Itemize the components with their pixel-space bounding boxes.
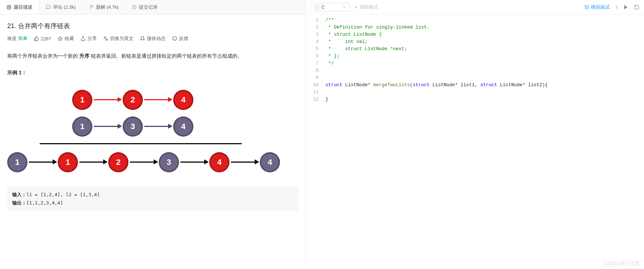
tab-label: 评论 (2.3k)	[53, 4, 76, 10]
reset-button[interactable]	[634, 4, 640, 10]
difficulty: 难度 简单	[7, 35, 27, 42]
line-number: 7	[306, 60, 319, 67]
mock-interview-button[interactable]: 模拟面试	[584, 4, 610, 10]
editor-toolbar: i C 智能模式 模拟面试 i	[306, 0, 644, 14]
line-number: 11	[306, 89, 319, 96]
info-button[interactable]: i	[616, 4, 618, 10]
tab-submissions[interactable]: 提交记录	[125, 0, 164, 14]
list1-row: 124	[72, 90, 298, 110]
line-number: 6	[306, 53, 319, 60]
like-count: 2287	[41, 36, 51, 41]
favorite-label: 收藏	[65, 35, 74, 42]
tab-label: 题目描述	[14, 4, 32, 10]
switch-lang-label: 切换为英文	[110, 35, 133, 42]
tab-description[interactable]: 题目描述	[0, 0, 39, 14]
tab-label: 题解 (4.7k)	[96, 4, 119, 10]
example-label: 示例 1：	[7, 70, 298, 76]
desc-bold: 升序	[79, 53, 89, 59]
line-number: 8	[306, 67, 319, 74]
bell-icon	[140, 36, 145, 41]
smart-mode-toggle[interactable]: 智能模式	[355, 4, 378, 10]
problem-tabs: 题目描述 评论 (2.3k) 题解 (4.7k) 提交记录	[0, 0, 306, 14]
svg-rect-3	[172, 37, 176, 40]
list-node: 1	[72, 90, 92, 110]
arrow-icon	[130, 162, 157, 163]
tab-label: 提交记录	[139, 4, 158, 10]
code-line[interactable]	[325, 67, 640, 74]
problem-title: 21. 合并两个有序链表	[7, 22, 298, 30]
list-node: 2	[123, 90, 143, 110]
star-icon	[58, 36, 63, 41]
list-node: 1	[72, 116, 92, 137]
arrow-icon	[94, 99, 121, 100]
code-line[interactable]: */	[325, 60, 640, 67]
line-number: 9	[306, 74, 319, 81]
example-io: 输入：l1 = [1,2,4], l2 = [1,3,4] 输出：[1,1,2,…	[7, 186, 298, 212]
feedback-button[interactable]: 反馈	[172, 35, 188, 42]
merged-row: 112344	[7, 152, 298, 172]
feedback-label: 反馈	[179, 35, 188, 42]
list-node: 1	[58, 152, 78, 172]
list-node: 3	[159, 152, 179, 172]
arrow-icon	[79, 162, 107, 163]
arrow-icon	[29, 162, 56, 163]
list-node: 4	[173, 90, 193, 110]
svg-marker-2	[58, 36, 62, 40]
code-line[interactable]: struct ListNode* mergeTwoLists(struct Li…	[325, 81, 640, 89]
output-label: 输出：	[12, 200, 26, 206]
thumbs-up-icon	[34, 36, 39, 41]
feedback-icon	[172, 36, 177, 41]
input-value: l1 = [1,2,4], l2 = [1,3,4]	[26, 192, 100, 197]
code-line[interactable]	[325, 74, 640, 81]
language-select[interactable]: i C	[310, 3, 350, 11]
translate-icon	[103, 36, 108, 41]
like-button[interactable]: 2287	[34, 36, 51, 41]
line-gutter: 123456789101112	[306, 14, 322, 269]
tab-solutions[interactable]: 题解 (4.7k)	[82, 0, 125, 14]
diagram-divider	[40, 143, 242, 144]
arrow-icon	[94, 126, 121, 127]
line-number: 5	[306, 45, 319, 53]
list2-row: 134	[72, 116, 298, 137]
problem-meta: 难度 简单 2287 收藏 分享 切换为英文 接收动态	[7, 35, 298, 42]
editor-panel: i C 智能模式 模拟面试 i 123456789101112 /** * De…	[306, 0, 644, 269]
difficulty-value: 简单	[18, 36, 27, 41]
code-line[interactable]: * Definition for singly-linked list.	[325, 24, 640, 31]
tab-comments[interactable]: 评论 (2.3k)	[39, 0, 82, 14]
code-line[interactable]: /**	[325, 17, 640, 24]
arrow-icon	[144, 126, 172, 127]
output-value: [1,1,2,3,4,4]	[26, 200, 63, 206]
run-button[interactable]	[624, 5, 627, 9]
line-number: 4	[306, 38, 319, 45]
code-line[interactable]: }	[325, 96, 640, 103]
arrow-icon	[180, 162, 208, 163]
code-editor[interactable]: 123456789101112 /** * Definition for sin…	[306, 14, 644, 269]
subscribe-button[interactable]: 接收动态	[140, 35, 166, 42]
list-node: 4	[260, 152, 280, 172]
code-line[interactable]	[325, 89, 640, 96]
dot-icon	[355, 6, 357, 8]
watermark: CSDN @三分苦	[604, 260, 640, 267]
alarm-icon	[584, 5, 589, 10]
code-area[interactable]: /** * Definition for singly-linked list.…	[322, 14, 644, 269]
chevron-down-icon	[342, 5, 346, 9]
favorite-button[interactable]: 收藏	[58, 35, 74, 42]
code-line[interactable]: * };	[325, 53, 640, 60]
share-button[interactable]: 分享	[80, 35, 97, 42]
history-icon	[132, 5, 137, 10]
code-line[interactable]: * struct ListNode *next;	[325, 45, 640, 53]
problem-description: 将两个升序链表合并为一个新的 升序 链表并返回。新链表是通过拼接给定的两个链表的…	[7, 51, 298, 61]
switch-language-button[interactable]: 切换为英文	[103, 35, 133, 42]
share-icon	[80, 36, 86, 41]
smart-mode-label: 智能模式	[359, 4, 378, 10]
info-icon: i	[314, 5, 319, 10]
problem-panel: 题目描述 评论 (2.3k) 题解 (4.7k) 提交记录 21. 合并两个有序…	[0, 0, 306, 269]
code-line[interactable]: * int val;	[325, 38, 640, 45]
problem-title-text: 合并两个有序链表	[18, 22, 70, 30]
line-number: 3	[306, 31, 319, 38]
input-label: 输入：	[12, 192, 26, 197]
description-icon	[6, 5, 12, 10]
line-number: 2	[306, 24, 319, 31]
problem-number: 21	[7, 22, 14, 30]
code-line[interactable]: * struct ListNode {	[325, 31, 640, 38]
